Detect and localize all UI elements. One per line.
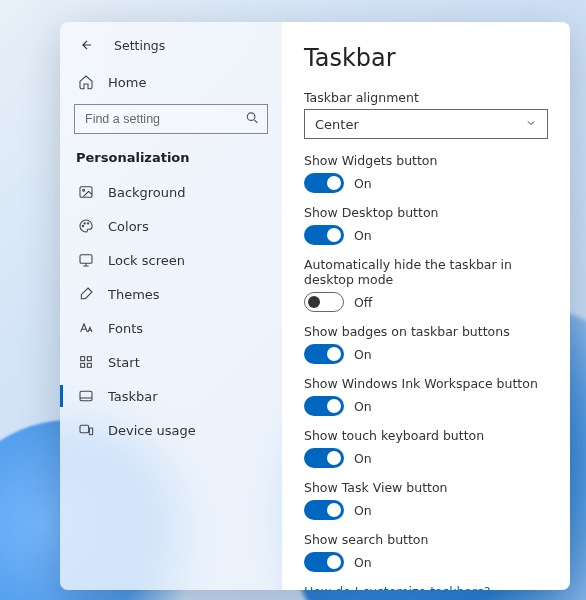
svg-rect-13 <box>89 428 92 435</box>
taskbar-icon <box>78 388 94 404</box>
alignment-value: Center <box>315 117 359 132</box>
arrow-left-icon <box>80 38 94 52</box>
sidebar: Settings Home Personalization Background <box>60 22 282 590</box>
sidebar-item-fonts[interactable]: Fonts <box>60 311 282 345</box>
sidebar-item-label: Lock screen <box>108 253 185 268</box>
setting-label: Show touch keyboard button <box>304 428 548 443</box>
toggle-switch[interactable] <box>304 344 344 364</box>
monitor-icon <box>78 252 94 268</box>
setting-row: Automatically hide the taskbar in deskto… <box>304 257 548 312</box>
sidebar-item-label: Device usage <box>108 423 196 438</box>
setting-row: Show Desktop buttonOn <box>304 205 548 245</box>
search-icon <box>245 110 259 129</box>
app-title: Settings <box>114 38 165 53</box>
grid-icon <box>78 354 94 370</box>
toggle-switch[interactable] <box>304 552 344 572</box>
alignment-dropdown[interactable]: Center <box>304 109 548 139</box>
sidebar-item-device-usage[interactable]: Device usage <box>60 413 282 447</box>
main-panel: Taskbar Taskbar alignment Center Show Wi… <box>282 22 570 590</box>
search-field[interactable] <box>74 104 268 134</box>
svg-point-0 <box>247 113 255 121</box>
sidebar-item-label: Background <box>108 185 186 200</box>
svg-rect-12 <box>80 425 89 432</box>
svg-rect-11 <box>80 391 92 400</box>
sidebar-item-label: Themes <box>108 287 160 302</box>
toggle-switch[interactable] <box>304 500 344 520</box>
alignment-label: Taskbar alignment <box>304 90 548 105</box>
brush-icon <box>78 286 94 302</box>
toggle-state-label: On <box>354 347 372 362</box>
setting-label: Show Desktop button <box>304 205 548 220</box>
font-icon <box>78 320 94 336</box>
svg-point-5 <box>87 223 88 224</box>
svg-rect-10 <box>87 363 91 367</box>
home-label: Home <box>108 75 146 90</box>
settings-window: Settings Home Personalization Background <box>60 22 570 590</box>
chevron-down-icon <box>525 117 537 132</box>
section-label: Personalization <box>60 144 282 175</box>
search-input[interactable] <box>85 112 237 126</box>
toggle-switch[interactable] <box>304 173 344 193</box>
palette-icon <box>78 218 94 234</box>
image-icon <box>78 184 94 200</box>
svg-point-4 <box>84 223 85 224</box>
page-title: Taskbar <box>304 44 548 72</box>
sidebar-item-label: Taskbar <box>108 389 158 404</box>
setting-row: Show Widgets buttonOn <box>304 153 548 193</box>
help-link[interactable]: How do I customize taskbars? <box>304 584 548 590</box>
toggle-switch[interactable] <box>304 396 344 416</box>
toggle-state-label: On <box>354 451 372 466</box>
svg-point-2 <box>83 189 85 191</box>
nav-list: Background Colors Lock screen Themes Fon… <box>60 175 282 447</box>
svg-rect-8 <box>87 357 91 361</box>
toggle-state-label: On <box>354 176 372 191</box>
svg-rect-1 <box>80 187 92 198</box>
setting-label: Automatically hide the taskbar in deskto… <box>304 257 548 287</box>
sidebar-item-background[interactable]: Background <box>60 175 282 209</box>
setting-label: Show Task View button <box>304 480 548 495</box>
sidebar-item-label: Fonts <box>108 321 143 336</box>
setting-row: Show Task View buttonOn <box>304 480 548 520</box>
svg-rect-6 <box>80 255 92 264</box>
back-button[interactable] <box>78 36 96 54</box>
sidebar-item-label: Colors <box>108 219 149 234</box>
sidebar-item-lock-screen[interactable]: Lock screen <box>60 243 282 277</box>
sidebar-item-start[interactable]: Start <box>60 345 282 379</box>
sidebar-item-colors[interactable]: Colors <box>60 209 282 243</box>
sidebar-item-taskbar[interactable]: Taskbar <box>60 379 282 413</box>
setting-row: Show Windows Ink Workspace buttonOn <box>304 376 548 416</box>
svg-point-3 <box>82 225 83 226</box>
setting-row: Show touch keyboard buttonOn <box>304 428 548 468</box>
sidebar-item-label: Start <box>108 355 140 370</box>
setting-label: Show badges on taskbar buttons <box>304 324 548 339</box>
setting-row: Show search buttonOn <box>304 532 548 572</box>
setting-label: Show search button <box>304 532 548 547</box>
home-nav[interactable]: Home <box>60 66 282 98</box>
svg-rect-7 <box>81 357 85 361</box>
toggle-switch[interactable] <box>304 448 344 468</box>
sidebar-item-themes[interactable]: Themes <box>60 277 282 311</box>
toggle-state-label: On <box>354 399 372 414</box>
toggle-switch[interactable] <box>304 225 344 245</box>
setting-row: Show badges on taskbar buttonsOn <box>304 324 548 364</box>
toggle-switch[interactable] <box>304 292 344 312</box>
setting-label: Show Widgets button <box>304 153 548 168</box>
toggle-state-label: Off <box>354 295 372 310</box>
toggle-state-label: On <box>354 228 372 243</box>
home-icon <box>78 74 94 90</box>
toggle-state-label: On <box>354 555 372 570</box>
toggle-state-label: On <box>354 503 372 518</box>
svg-rect-9 <box>81 363 85 367</box>
device-icon <box>78 422 94 438</box>
setting-label: Show Windows Ink Workspace button <box>304 376 548 391</box>
